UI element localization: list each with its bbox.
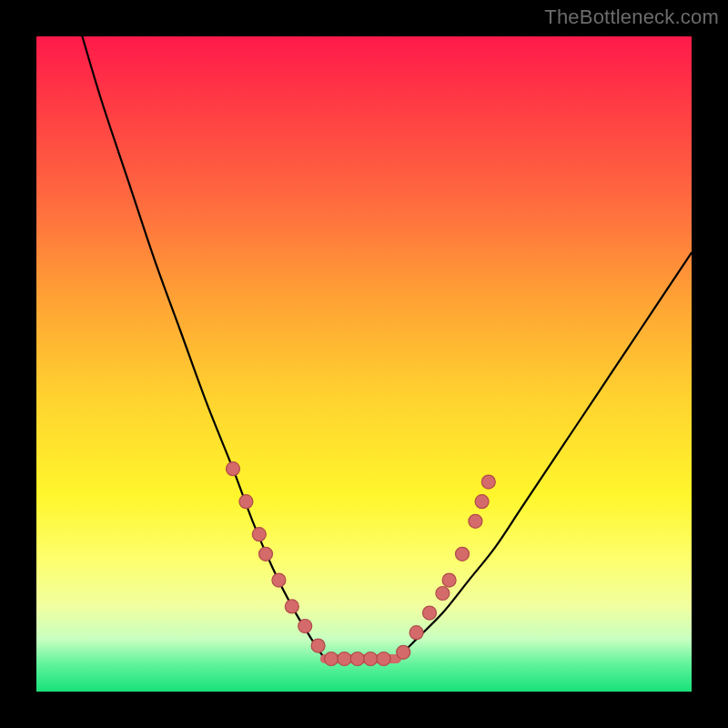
- trough-dot: [377, 652, 390, 666]
- trough-dot: [338, 652, 351, 666]
- left-dot: [252, 528, 266, 541]
- right-dot: [481, 475, 495, 489]
- left-dot: [285, 600, 298, 613]
- right-dot: [423, 606, 437, 620]
- right-dot: [397, 645, 410, 659]
- trough-dot: [350, 652, 364, 666]
- right-dot: [410, 626, 423, 640]
- curve-group: [82, 36, 692, 659]
- left-dot: [311, 639, 325, 652]
- plot-area: [36, 36, 692, 692]
- left-dot: [239, 495, 253, 509]
- markers-group: [227, 462, 496, 666]
- right-dot: [442, 573, 456, 587]
- watermark-text: TheBottleneck.com: [544, 5, 719, 29]
- chart-svg: [36, 36, 692, 692]
- trough-dot: [364, 652, 378, 666]
- right-dot: [436, 587, 450, 601]
- left-dot: [298, 620, 312, 633]
- trough-dot: [325, 652, 339, 666]
- right-dot: [456, 547, 470, 561]
- curve-left-branch: [82, 36, 324, 659]
- right-dot: [475, 495, 489, 509]
- chart-frame: TheBottleneck.com: [0, 0, 728, 728]
- right-dot: [469, 514, 482, 528]
- left-dot: [272, 573, 286, 587]
- left-dot: [227, 462, 240, 476]
- left-dot: [259, 547, 273, 561]
